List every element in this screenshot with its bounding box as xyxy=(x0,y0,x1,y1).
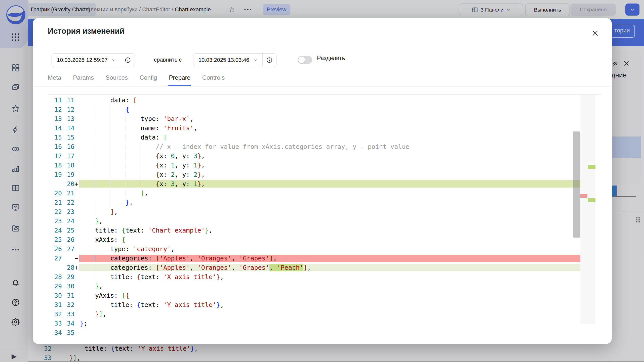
diff-row: 1818 {x: 1, y: 1}, xyxy=(48,161,580,170)
diff-row: 2223 ], xyxy=(48,207,580,216)
diff-row: 2627 type: 'category', xyxy=(48,244,580,254)
diff-row: 2122 }, xyxy=(48,198,580,207)
diff-row: 3233 }], xyxy=(48,309,580,319)
info-icon[interactable] xyxy=(121,54,135,67)
chevron-down-icon xyxy=(253,58,258,63)
diff-row: 2930 }, xyxy=(48,282,580,291)
diff-row: 2425 title: {text: 'Chart example'}, xyxy=(48,226,580,235)
diff-row: 1212 { xyxy=(48,105,580,114)
diff-row: 1111 data: [ xyxy=(48,96,580,105)
tab-controls[interactable]: Controls xyxy=(202,69,225,86)
tab-params[interactable]: Params xyxy=(73,69,94,86)
diff-row: 2021 ], xyxy=(48,189,580,198)
split-view-toggle[interactable] xyxy=(298,56,312,64)
tab-sources[interactable]: Sources xyxy=(106,69,128,86)
editor-top-divider xyxy=(48,94,601,95)
ruler-add-marker xyxy=(588,198,595,202)
diff-row: 1313 type: 'bar-x', xyxy=(48,114,580,123)
compare-with-label: сравнить с xyxy=(154,53,182,66)
modal-title: История изменений xyxy=(48,27,125,36)
tabs-divider xyxy=(33,86,612,86)
diff-row: 1919 {x: 2, y: 2}, xyxy=(48,170,580,179)
diff-row: 28+ categories: ['Apples', 'Oranges', 'G… xyxy=(48,263,580,272)
tab-config[interactable]: Config xyxy=(140,69,157,86)
diff-row: 20+ {x: 3, y: 1}, xyxy=(48,179,580,189)
diff-row: 2324 }, xyxy=(48,216,580,226)
diff-row: 3031 yAxis: [{ xyxy=(48,291,580,300)
tab-meta[interactable]: Meta xyxy=(48,69,61,86)
tab-prepare[interactable]: Prepare xyxy=(169,69,190,86)
diff-row: 1717 {x: 0, y: 3}, xyxy=(48,151,580,161)
overview-ruler xyxy=(580,95,595,324)
revision-to-select[interactable]: 10.03.2025 13:03:46 xyxy=(193,53,276,67)
diff-row: 27− categories: ['Apples', 'Oranges', 'G… xyxy=(48,254,580,263)
split-view-label: Разделить xyxy=(317,55,345,62)
diff-row: 1515 data: [ xyxy=(48,133,580,142)
toggle-knob xyxy=(298,57,305,63)
ruler-add-marker xyxy=(588,165,595,169)
diff-code: 1111 data: [1212 {1313 type: 'bar-x',141… xyxy=(48,96,580,337)
diff-row: 1616 // x - index for value from xAxis.c… xyxy=(48,142,580,151)
diff-row: 3132 title: {text: 'Y axis title'}, xyxy=(48,300,580,309)
chevron-down-icon xyxy=(111,58,116,63)
vertical-scrollbar[interactable] xyxy=(573,131,580,238)
diff-tabs: MetaParamsSourcesConfigPrepareControls xyxy=(48,69,225,86)
info-icon[interactable] xyxy=(263,54,276,67)
ruler-del-marker xyxy=(580,194,587,198)
diff-row: 3334}; xyxy=(48,319,580,328)
revision-from-value: 10.03.2025 12:59:27 xyxy=(57,57,108,63)
diff-row: 2526 xAxis: { xyxy=(48,235,580,244)
app-window: График (Gravity Charts) Коллекции и ворк… xyxy=(0,0,644,362)
revision-from-select[interactable]: 10.03.2025 12:59:27 xyxy=(52,53,135,67)
revision-to-value: 10.03.2025 13:03:46 xyxy=(198,57,249,63)
diff-row: 3435 xyxy=(48,328,580,337)
diff-row: 2829 title: {text: 'X axis title'}, xyxy=(48,272,580,282)
diff-row: 1414 name: 'Fruits', xyxy=(48,123,580,133)
close-icon[interactable] xyxy=(590,28,600,38)
revision-history-modal: История изменений 10.03.2025 12:59:27 ср… xyxy=(33,18,612,344)
diff-editor: 1111 data: [1212 {1313 type: 'bar-x',141… xyxy=(48,95,595,324)
